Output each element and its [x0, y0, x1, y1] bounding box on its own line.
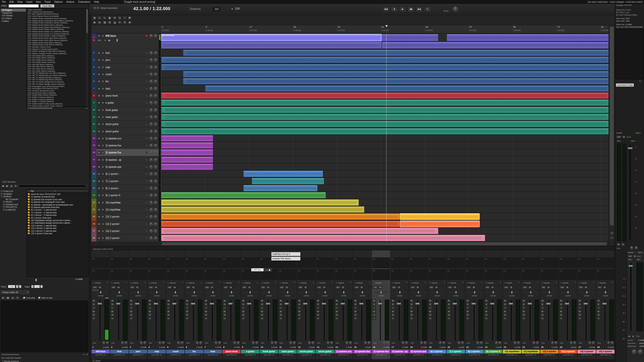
track-row[interactable]: 7MShats — [91, 85, 161, 92]
fx-slot[interactable]: Fx — [222, 269, 240, 280]
plugin-list-item[interactable]: VST: B360 7.1/Quad (Waves) — [27, 101, 85, 103]
record-arm-button[interactable]: ● — [578, 306, 582, 309]
pan-handle[interactable] — [212, 291, 214, 294]
media-item[interactable] — [447, 34, 609, 41]
io-button[interactable]: I/O — [148, 286, 154, 289]
track-number[interactable]: 10 — [91, 106, 96, 113]
master-solo-button[interactable]: S — [631, 335, 635, 338]
mixer-strip[interactable]: FxFxInserts+I/OMcenterMS●∅∿Trim30.00dBpe… — [129, 250, 147, 359]
arrange-view[interactable]: 808 bass.wav — [161, 33, 609, 242]
razor-icon[interactable]: ◨ — [102, 20, 107, 24]
track-name[interactable]: 12) 2 куплет — [105, 215, 143, 218]
record-arm-button[interactable]: ● — [597, 306, 600, 309]
fader-handle[interactable] — [97, 303, 102, 305]
phase-button[interactable]: ∅ — [410, 313, 413, 316]
pan-handle[interactable] — [605, 291, 606, 294]
strip-name[interactable]: 9) 1 куплет б — [484, 350, 502, 353]
plugin-hscroll-thumb[interactable] — [30, 107, 52, 109]
track-number[interactable]: 28 — [91, 234, 96, 242]
mute-button[interactable]: M — [97, 66, 101, 69]
strip-gain-value[interactable]: 0.00dB — [268, 346, 277, 349]
mute-button[interactable]: M — [97, 130, 101, 133]
hscroll-thumb[interactable] — [162, 242, 607, 245]
solo-button[interactable]: S — [101, 180, 104, 183]
add-fx-button[interactable]: + — [480, 281, 483, 284]
solo-button[interactable]: S — [559, 303, 563, 306]
monitor-button[interactable] — [597, 310, 600, 313]
plugin-list-item[interactable]: VST: 80s Spaces (Nomad Factory) — [27, 13, 85, 15]
plugin-list-item[interactable]: VST: AkustiX (Tone2.com) — [27, 46, 85, 48]
fx-slot[interactable]: Fx — [316, 269, 334, 280]
mute-button[interactable]: M — [97, 51, 101, 55]
pan-knob[interactable] — [154, 115, 157, 119]
phase-button[interactable]: ∅ — [241, 313, 245, 316]
io-button[interactable]: I/O — [130, 286, 135, 289]
file-list-item[interactable]: 5) припев кричалки бэки.wav — [31, 206, 88, 209]
fx-slot[interactable]: Fx — [503, 257, 521, 268]
strip-output[interactable]: LynxTWO..01 — [577, 354, 596, 356]
automation-icon[interactable] — [97, 7, 99, 9]
solo-button[interactable]: S — [101, 94, 104, 97]
fx-slot[interactable]: Fx — [241, 257, 259, 268]
mute-button[interactable]: M — [223, 299, 226, 302]
io-button[interactable]: I/O — [429, 286, 434, 289]
fx-slot[interactable]: Fx — [166, 269, 184, 280]
inserts-label[interactable]: Inserts — [263, 282, 273, 284]
menu-item-insert[interactable]: Insert — [24, 0, 34, 3]
mute-send-button[interactable]: M — [229, 286, 232, 289]
strip-name[interactable]: 3) припев бэк — [372, 350, 390, 353]
mute-button[interactable]: M — [97, 222, 101, 226]
track-number[interactable]: 14 — [91, 135, 96, 142]
add-fx-button[interactable]: + — [181, 281, 184, 284]
zoom-out-button[interactable]: - — [610, 236, 614, 239]
strip-name[interactable]: 6) 1 куплет - — [428, 350, 446, 353]
strip-name[interactable]: piano hook — [222, 350, 241, 353]
tree-expander-icon[interactable]: + — [3, 209, 5, 211]
volume-knob[interactable] — [149, 151, 153, 154]
trim-knob[interactable] — [308, 341, 311, 344]
fx-slot[interactable]: Fx — [447, 269, 465, 280]
fx-slot[interactable]: Fx — [92, 269, 109, 280]
trim-knob[interactable] — [420, 341, 423, 344]
rate-up-button[interactable]: + — [31, 285, 34, 288]
width-knob[interactable] — [293, 341, 296, 344]
io-button[interactable]: I/O — [204, 286, 210, 289]
width-knob[interactable] — [312, 341, 314, 344]
fx-enable-dot[interactable] — [261, 282, 262, 284]
pan-knob[interactable] — [154, 73, 157, 76]
strip-gain-value[interactable]: 0.00dB — [175, 346, 184, 349]
solo-button[interactable]: S — [260, 303, 264, 306]
trim-knob[interactable] — [346, 341, 348, 344]
volume-knob[interactable] — [149, 194, 153, 197]
record-arm-button[interactable]: ● — [223, 306, 226, 309]
record-arm-button[interactable] — [145, 151, 148, 154]
file-list-item[interactable]: 13) 2 куплет 2 партия.wav — [31, 227, 88, 229]
master-mixer-strip[interactable]: InsertsMenuI/OMsend-94.1-94.1MSTrimvolum… — [627, 250, 644, 362]
record-arm-button[interactable] — [145, 109, 148, 111]
media-item[interactable] — [161, 213, 400, 220]
mixer-strip[interactable]: FxFxInserts+I/OMcenterMS●∅∿Trim230.00dB1… — [503, 250, 521, 359]
strip-output[interactable]: LynxTWO..01 — [222, 354, 241, 356]
volume-knob[interactable] — [149, 201, 153, 204]
refresh-icon[interactable]: ↻ — [14, 184, 18, 188]
pan-knob[interactable] — [154, 236, 157, 240]
master-io-button[interactable]: I/O — [616, 135, 622, 138]
pan-handle[interactable] — [249, 291, 251, 294]
plugin-list[interactable]: Video processorVST: 3-Band EQ (Kiloheart… — [26, 8, 88, 107]
solo-button[interactable]: S — [101, 172, 104, 176]
ripple-edit-icon[interactable]: ⇄ — [112, 16, 117, 20]
strip-output[interactable]: LynxTWO..01 — [204, 354, 222, 356]
plugin-list-item[interactable]: VST: AR TG Mastering Mono (Waves) — [27, 77, 85, 79]
phase-button[interactable]: ∅ — [466, 313, 470, 316]
solo-button[interactable]: S — [101, 34, 104, 37]
width-knob[interactable] — [480, 341, 483, 344]
fx-enable-dot[interactable] — [466, 282, 468, 284]
pan-handle[interactable] — [231, 291, 232, 294]
envelope-button[interactable]: ∿ — [503, 317, 507, 320]
solo-button[interactable]: S — [279, 303, 283, 306]
solo-button[interactable]: S — [503, 303, 507, 306]
solo-button[interactable]: S — [578, 303, 582, 306]
trim-knob[interactable] — [439, 341, 442, 344]
add-fx-button[interactable]: + — [331, 281, 333, 284]
volume-knob[interactable] — [149, 158, 153, 162]
